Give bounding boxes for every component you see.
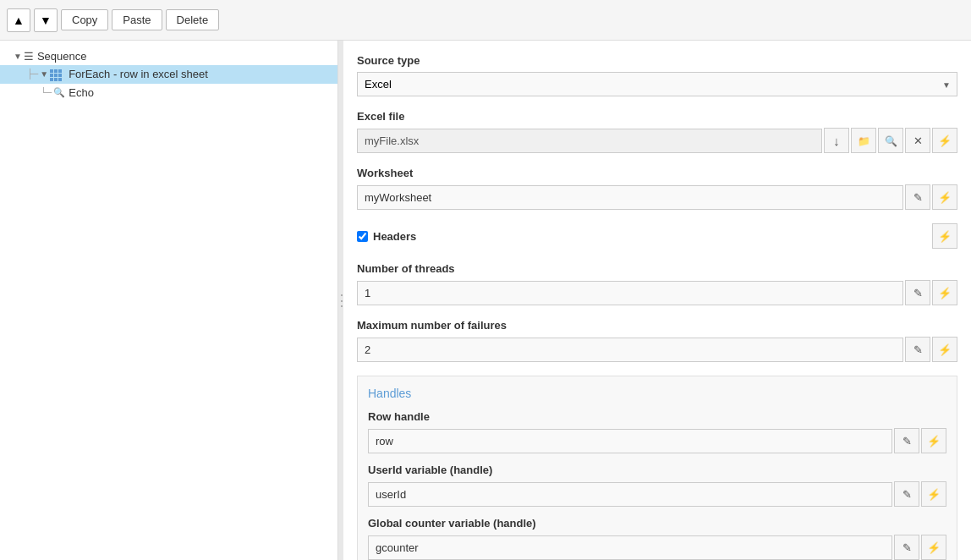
max-failures-input[interactable] bbox=[357, 338, 903, 362]
userid-label: UserId variable (handle) bbox=[368, 464, 946, 476]
tree-item-sequence[interactable]: ▼ ☰ Sequence bbox=[0, 47, 337, 65]
list-icon: ☰ bbox=[24, 50, 34, 63]
pencil-icon bbox=[902, 488, 912, 501]
row-handle-row bbox=[368, 428, 946, 453]
worksheet-edit-btn[interactable] bbox=[905, 184, 930, 210]
pencil-icon bbox=[902, 541, 912, 554]
folder-icon bbox=[858, 135, 870, 147]
headers-checkbox[interactable] bbox=[357, 231, 368, 242]
userid-row bbox=[368, 481, 946, 507]
gcounter-label: Global counter variable (handle) bbox=[368, 517, 946, 530]
handles-section: Handles Row handle bbox=[357, 376, 957, 560]
gcounter-input[interactable] bbox=[368, 535, 892, 560]
lightning-icon bbox=[927, 435, 941, 447]
num-threads-row bbox=[357, 280, 957, 305]
download-icon bbox=[833, 134, 840, 148]
num-threads-input[interactable] bbox=[357, 281, 903, 305]
toolbar: ▲ ▼ Copy Paste Delete bbox=[0, 0, 971, 41]
worksheet-label: Worksheet bbox=[357, 167, 957, 179]
source-type-label: Source type bbox=[357, 54, 957, 67]
expand-arrow: ▼ bbox=[14, 52, 22, 61]
search-icon bbox=[885, 135, 897, 147]
excel-file-label: Excel file bbox=[357, 110, 957, 123]
worksheet-row bbox=[357, 184, 957, 210]
tree-connector-echo: └─ bbox=[41, 87, 52, 98]
num-threads-lightning-btn[interactable] bbox=[932, 280, 957, 305]
excel-file-input[interactable] bbox=[357, 129, 822, 153]
lightning-icon bbox=[938, 287, 952, 299]
row-handle-label: Row handle bbox=[368, 410, 946, 423]
gcounter-row bbox=[368, 535, 946, 560]
pencil-icon bbox=[913, 343, 923, 356]
excel-file-group: Excel file bbox=[357, 110, 957, 153]
grid-icon bbox=[50, 68, 65, 81]
lightning-icon bbox=[938, 191, 952, 204]
max-failures-label: Maximum number of failures bbox=[357, 319, 957, 332]
row-handle-lightning-btn[interactable] bbox=[921, 428, 946, 453]
lightning-icon bbox=[927, 541, 941, 554]
max-failures-group: Maximum number of failures bbox=[357, 319, 957, 362]
userid-lightning-btn[interactable] bbox=[921, 481, 946, 507]
worksheet-lightning-btn[interactable] bbox=[932, 184, 957, 210]
tree-item-foreach[interactable]: ├─ ▼ ForEach - row in excel sheet bbox=[0, 65, 337, 84]
excel-file-row bbox=[357, 128, 957, 153]
delete-button[interactable]: Delete bbox=[166, 9, 220, 30]
headers-label[interactable]: Headers bbox=[373, 230, 416, 243]
gcounter-edit-btn[interactable] bbox=[894, 535, 919, 560]
lightning-icon bbox=[938, 343, 952, 356]
num-threads-edit-btn[interactable] bbox=[905, 280, 930, 305]
headers-lightning-btn[interactable] bbox=[932, 223, 957, 249]
excel-file-lightning-btn[interactable] bbox=[932, 128, 957, 153]
main-layout: ▼ ☰ Sequence ├─ ▼ ForEach - row in excel… bbox=[0, 41, 971, 560]
userid-input[interactable] bbox=[368, 482, 892, 507]
pencil-icon bbox=[913, 287, 923, 299]
close-icon bbox=[913, 135, 923, 147]
lightning-icon bbox=[938, 135, 952, 147]
properties-panel: Source type Excel Excel file bbox=[343, 41, 971, 560]
headers-row: Headers bbox=[357, 223, 957, 249]
copy-button[interactable]: Copy bbox=[61, 9, 108, 30]
lightning-icon bbox=[927, 488, 941, 501]
headers-left: Headers bbox=[357, 230, 416, 243]
tree-item-echo[interactable]: └─ 🔍 Echo bbox=[0, 84, 337, 102]
tree-item-label: Sequence bbox=[37, 50, 87, 63]
move-up-button[interactable]: ▲ bbox=[7, 8, 30, 32]
max-failures-edit-btn[interactable] bbox=[905, 337, 930, 362]
move-down-button[interactable]: ▼ bbox=[34, 8, 58, 32]
pencil-icon bbox=[902, 435, 912, 447]
gcounter-field: Global counter variable (handle) bbox=[368, 517, 946, 560]
source-type-select-wrapper: Excel bbox=[357, 72, 957, 96]
search-icon: 🔍 bbox=[53, 87, 65, 98]
userid-edit-btn[interactable] bbox=[894, 481, 919, 507]
tree-item-label: Echo bbox=[69, 86, 94, 99]
expand-arrow-foreach: ▼ bbox=[40, 69, 48, 79]
folder-icon-btn[interactable] bbox=[851, 128, 876, 153]
pencil-icon bbox=[913, 191, 923, 204]
source-type-group: Source type Excel bbox=[357, 54, 957, 96]
download-icon-btn[interactable] bbox=[824, 128, 849, 153]
tree-connector: ├─ bbox=[27, 69, 38, 80]
source-type-select[interactable]: Excel bbox=[357, 72, 957, 96]
worksheet-input[interactable] bbox=[357, 185, 903, 210]
lightning-icon bbox=[938, 230, 952, 243]
paste-button[interactable]: Paste bbox=[112, 9, 162, 30]
num-threads-label: Number of threads bbox=[357, 262, 957, 275]
max-failures-row bbox=[357, 337, 957, 362]
row-handle-edit-btn[interactable] bbox=[894, 428, 919, 453]
search-icon-btn[interactable] bbox=[878, 128, 903, 153]
gcounter-lightning-btn[interactable] bbox=[921, 535, 946, 560]
userid-field: UserId variable (handle) bbox=[368, 464, 946, 507]
row-handle-field: Row handle bbox=[368, 410, 946, 453]
max-failures-lightning-btn[interactable] bbox=[932, 337, 957, 362]
handles-title: Handles bbox=[368, 387, 946, 400]
tree-panel: ▼ ☰ Sequence ├─ ▼ ForEach - row in excel… bbox=[0, 41, 338, 560]
num-threads-group: Number of threads bbox=[357, 262, 957, 305]
worksheet-group: Worksheet bbox=[357, 167, 957, 210]
clear-icon-btn[interactable] bbox=[905, 128, 930, 153]
row-handle-input[interactable] bbox=[368, 429, 892, 453]
tree-item-label: ForEach - row in excel sheet bbox=[69, 68, 208, 80]
